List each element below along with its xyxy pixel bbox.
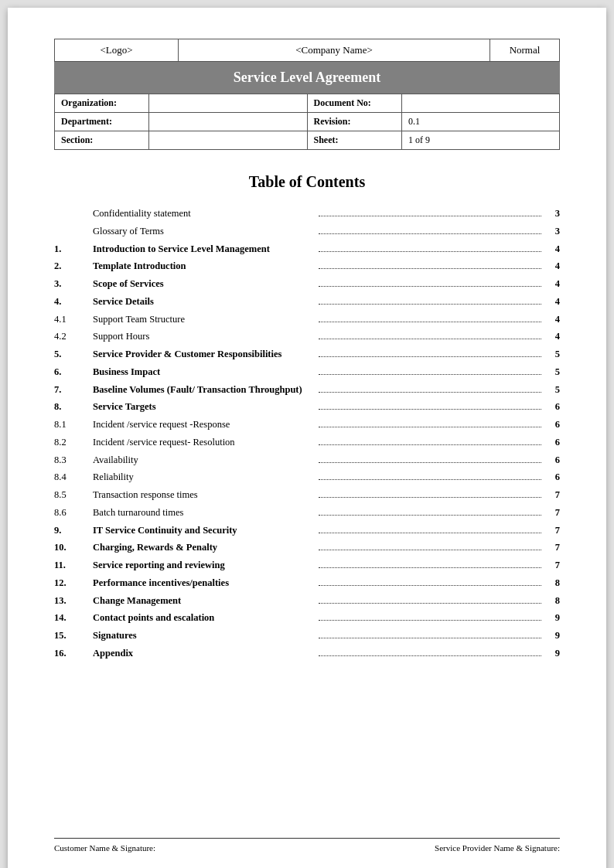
toc-entry: Glossary of Terms3 xyxy=(54,224,560,239)
page: <Logo> <Company Name> Normal Service Lev… xyxy=(8,8,606,868)
toc-entry-number: 13. xyxy=(54,594,93,608)
toc-entry-dots xyxy=(319,655,541,656)
toc-entry-label: Batch turnaround times xyxy=(93,505,316,520)
toc-entry-label: IT Service Continuity and Security xyxy=(93,523,316,538)
toc-entry-label: Change Management xyxy=(93,594,316,608)
dept-value xyxy=(149,113,307,131)
sheet-value: 1 of 9 xyxy=(401,131,559,150)
toc-entry-label: Transaction response times xyxy=(93,488,316,502)
toc-entry-page: 7 xyxy=(544,488,560,502)
toc-entry-number: 8.3 xyxy=(54,453,93,468)
toc-entry-label: Charging, Rewards & Penalty xyxy=(93,540,316,555)
dept-label: Department: xyxy=(55,113,149,131)
toc-entry-label: Service reporting and reviewing xyxy=(93,558,316,573)
toc-entry-dots xyxy=(319,567,541,568)
toc-entry-number: 4. xyxy=(54,294,93,309)
toc-entry-dots xyxy=(319,268,541,269)
toc-entry-dots xyxy=(319,427,541,427)
org-label: Organization: xyxy=(55,94,149,113)
toc-entry-dots xyxy=(319,409,541,410)
toc-entry-page: 6 xyxy=(544,470,560,485)
toc-entry: 5.Service Provider & Customer Responsibi… xyxy=(54,347,560,362)
toc-entry-label: Signatures xyxy=(93,628,316,643)
toc-entry-number: 1. xyxy=(54,242,93,257)
toc-entry: 9.IT Service Continuity and Security7 xyxy=(54,523,560,538)
toc-entry-number: 7. xyxy=(54,383,93,397)
toc-entry-label: Support Hours xyxy=(93,329,316,344)
toc-entry-number: 12. xyxy=(54,576,93,591)
toc-entry-page: 7 xyxy=(544,540,560,555)
company-name-text: <Company Name> xyxy=(295,44,373,56)
toc-entry: Confidentiality statement3 xyxy=(54,206,560,221)
toc-entry-number: 6. xyxy=(54,365,93,380)
toc-entry-label: Incident /service request -Response xyxy=(93,417,316,432)
section-value xyxy=(149,131,307,150)
toc-entry-label: Scope of Services xyxy=(93,277,316,291)
company-name-cell: <Company Name> xyxy=(179,39,490,62)
toc-entry-dots xyxy=(319,479,541,480)
toc-entry: 2.Template Introduction4 xyxy=(54,259,560,274)
normal-cell: Normal xyxy=(490,39,560,62)
sheet-label: Sheet: xyxy=(307,131,401,150)
toc-entry-dots xyxy=(319,251,541,252)
info-table: Organization: Document No: Department: R… xyxy=(54,94,560,150)
toc-entry-page: 5 xyxy=(544,383,560,397)
toc-entry: 6.Business Impact5 xyxy=(54,365,560,380)
toc-entry-label: Reliability xyxy=(93,470,316,485)
info-row-2: Department: Revision: 0.1 xyxy=(55,113,560,131)
toc-entry-number: 11. xyxy=(54,558,93,573)
toc-entry-page: 4 xyxy=(544,242,560,257)
logo-text: <Logo> xyxy=(100,44,132,56)
toc-entry: 4.Service Details4 xyxy=(54,294,560,309)
toc-entry-dots xyxy=(319,374,541,375)
toc-entry-label: Glossary of Terms xyxy=(93,224,316,239)
toc-entry-number: 4.1 xyxy=(54,312,93,327)
title-banner: Service Level Agreement xyxy=(54,62,560,94)
revision-label: Revision: xyxy=(307,113,401,131)
toc-entry-dots xyxy=(319,585,541,586)
toc-entry-page: 4 xyxy=(544,294,560,309)
toc-entry-page: 5 xyxy=(544,365,560,380)
toc-entry: 8.1Incident /service request -Response6 xyxy=(54,417,560,432)
toc-entry-number: 3. xyxy=(54,277,93,291)
toc-entry-page: 6 xyxy=(544,435,560,450)
toc-entry-dots xyxy=(319,462,541,463)
toc-entry-label: Availability xyxy=(93,453,316,468)
toc-entry: 11.Service reporting and reviewing7 xyxy=(54,558,560,573)
footer: Customer Name & Signature: Service Provi… xyxy=(54,838,560,853)
toc-entry-dots xyxy=(319,533,541,533)
toc-entry-page: 9 xyxy=(544,646,560,661)
toc-entry-page: 7 xyxy=(544,505,560,520)
toc-entry-page: 4 xyxy=(544,259,560,274)
toc-entry: 8.6Batch turnaround times7 xyxy=(54,505,560,520)
toc-entry-number: 8.2 xyxy=(54,435,93,450)
toc-entry: 4.2Support Hours4 xyxy=(54,329,560,344)
toc-entry-dots xyxy=(319,356,541,357)
toc-entry-label: Template Introduction xyxy=(93,259,316,274)
toc-entry-dots xyxy=(319,515,541,516)
toc-entry-page: 6 xyxy=(544,453,560,468)
toc-title: Table of Contents xyxy=(54,173,560,191)
toc-entry-page: 5 xyxy=(544,347,560,362)
toc-entry-dots xyxy=(319,233,541,234)
toc-entry-number: 16. xyxy=(54,646,93,661)
logo-cell: <Logo> xyxy=(55,39,179,62)
toc-entry-label: Support Team Structure xyxy=(93,312,316,327)
section-label: Section: xyxy=(55,131,149,150)
toc-entry-label: Service Provider & Customer Responsibili… xyxy=(93,347,316,362)
toc-entry-label: Performance incentives/penalties xyxy=(93,576,316,591)
toc-entry: 8.5Transaction response times7 xyxy=(54,488,560,502)
info-row-1: Organization: Document No: xyxy=(55,94,560,113)
toc-entry-number: 2. xyxy=(54,259,93,274)
toc-entry-number: 8.4 xyxy=(54,470,93,485)
toc-entry-number: 8.6 xyxy=(54,505,93,520)
toc-entry-label: Confidentiality statement xyxy=(93,206,316,221)
toc-entry-page: 9 xyxy=(544,628,560,643)
toc-entry: 8.2Incident /service request- Resolution… xyxy=(54,435,560,450)
toc-entry: 12.Performance incentives/penalties8 xyxy=(54,576,560,591)
toc-entry-label: Service Targets xyxy=(93,400,316,414)
toc-entry: 7.Baseline Volumes (Fault/ Transaction T… xyxy=(54,383,560,397)
toc-entry-page: 6 xyxy=(544,417,560,432)
revision-value: 0.1 xyxy=(401,113,559,131)
toc-entry-dots xyxy=(319,444,541,445)
